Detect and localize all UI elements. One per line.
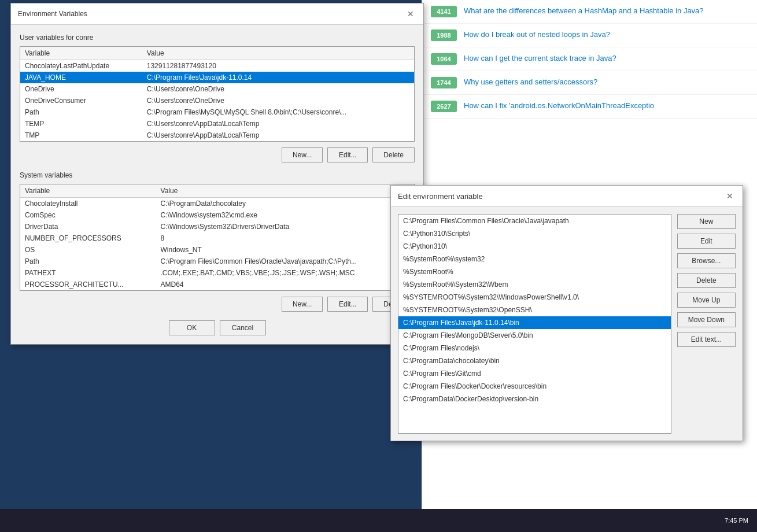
ok-button[interactable]: OK xyxy=(169,320,215,335)
delete-button[interactable]: Delete xyxy=(677,273,736,288)
var-name-cell: TMP xyxy=(20,130,142,141)
table-row[interactable]: PATHEXT.COM;.EXE;.BAT;.CMD;.VBS;.VBE;.JS… xyxy=(20,267,414,279)
var-name-cell: PROCESSOR_ARCHITECTU... xyxy=(20,279,156,290)
var-value-cell: .COM;.EXE;.BAT;.CMD;.VBS;.VBE;.JS;.JSE;.… xyxy=(156,267,414,279)
move-down-button[interactable]: Move Down xyxy=(677,312,736,327)
list-item[interactable]: C:\Program Files\Docker\Docker\resources… xyxy=(398,380,671,393)
path-list-container[interactable]: C:\Program Files\Common Files\Oracle\Jav… xyxy=(398,214,671,434)
environment-variables-dialog: Environment Variables ✕ User variables f… xyxy=(10,3,424,345)
edit-button[interactable]: Edit xyxy=(677,234,736,249)
user-delete-button[interactable]: Delete xyxy=(372,147,415,162)
table-row[interactable]: DriverDataC:\Windows\System32\Drivers\Dr… xyxy=(20,221,414,232)
so-title: How can I get the current stack trace in… xyxy=(464,53,616,64)
var-value-cell: C:\Users\conre\OneDrive xyxy=(142,83,414,95)
so-list-item[interactable]: 1988 How do I break out of nested loops … xyxy=(422,24,757,47)
list-item[interactable]: C:\Python310\Scripts\ xyxy=(398,227,671,240)
table-row[interactable]: TEMPC:\Users\conre\AppData\Local\Temp xyxy=(20,118,414,130)
cancel-button[interactable]: Cancel xyxy=(220,320,266,335)
var-value-cell: C:\Users\conre\AppData\Local\Temp xyxy=(142,118,414,130)
list-item[interactable]: C:\ProgramData\chocolatey\bin xyxy=(398,354,671,367)
list-item[interactable]: C:\Python310\ xyxy=(398,240,671,253)
table-row[interactable]: OSWindows_NT xyxy=(20,244,414,256)
edit-dialog-close-button[interactable]: ✕ xyxy=(724,190,736,202)
system-var-col-header: Variable xyxy=(20,184,156,198)
table-row[interactable]: ChocolateyInstallC:\ProgramData\chocolat… xyxy=(20,198,414,210)
edit-dialog-title: Edit environment variable xyxy=(398,192,483,201)
system-edit-button[interactable]: Edit... xyxy=(327,297,368,312)
user-new-button[interactable]: New... xyxy=(282,147,323,162)
var-value-cell: C:\Users\conre\AppData\Local\Temp xyxy=(142,130,414,141)
env-dialog-titlebar: Environment Variables ✕ xyxy=(11,3,423,25)
var-name-cell: ComSpec xyxy=(20,209,156,221)
var-name-cell: OneDrive xyxy=(20,83,142,95)
move-up-button[interactable]: Move Up xyxy=(677,293,736,308)
var-name-cell: PATHEXT xyxy=(20,267,156,279)
user-vars-table-container: Variable Value ChocolateyLastPathUpdate1… xyxy=(20,46,415,142)
var-value-cell: C:\Program Files\MySQL\MySQL Shell 8.0\b… xyxy=(142,106,414,118)
var-value-cell: C:\Program Files\Java\jdk-11.0.14 xyxy=(142,72,414,83)
list-item[interactable]: C:\Program Files\Common Files\Oracle\Jav… xyxy=(398,215,671,227)
list-item[interactable]: %SYSTEMROOT%\System32\WindowsPowerShell\… xyxy=(398,291,671,304)
var-name-cell: Path xyxy=(20,256,156,267)
browse-button[interactable]: Browse... xyxy=(677,253,736,268)
list-item[interactable]: C:\Program Files\Java\jdk-11.0.14\bin xyxy=(398,316,671,329)
new-button[interactable]: New xyxy=(677,214,736,229)
user-section-label: User variables for conre xyxy=(20,34,415,42)
list-item[interactable]: %SystemRoot% xyxy=(398,265,671,278)
so-list-item[interactable]: 4141 What are the differences between a … xyxy=(422,0,757,24)
var-name-cell: OneDriveConsumer xyxy=(20,95,142,106)
user-var-col-header: Variable xyxy=(20,47,142,60)
table-row[interactable]: ComSpecC:\Windows\system32\cmd.exe xyxy=(20,209,414,221)
var-value-cell: C:\Windows\system32\cmd.exe xyxy=(156,209,414,221)
list-item[interactable]: C:\Program Files\Git\cmd xyxy=(398,367,671,380)
so-badge: 2627 xyxy=(431,101,457,112)
so-badge: 4141 xyxy=(431,6,457,17)
env-dialog-title: Environment Variables xyxy=(18,10,87,18)
so-badge: 1064 xyxy=(431,53,457,65)
list-item[interactable]: C:\ProgramData\DockerDesktop\version-bin xyxy=(398,393,671,405)
so-title: How do I break out of nested loops in Ja… xyxy=(464,29,610,40)
var-value-cell: C:\ProgramData\chocolatey xyxy=(156,198,414,210)
edit-dialog-titlebar: Edit environment variable ✕ xyxy=(391,186,743,207)
list-item[interactable]: %SYSTEMROOT%\System32\OpenSSH\ xyxy=(398,304,671,316)
var-name-cell: NUMBER_OF_PROCESSORS xyxy=(20,232,156,244)
taskbar: 7:45 PM xyxy=(0,509,757,532)
so-list-item[interactable]: 2627 How can I fix 'android.os.NetworkOn… xyxy=(422,95,757,119)
table-row[interactable]: OneDriveC:\Users\conre\OneDrive xyxy=(20,83,414,95)
var-name-cell: TEMP xyxy=(20,118,142,130)
edit-text-button[interactable]: Edit text... xyxy=(677,332,736,347)
so-title: How can I fix 'android.os.NetworkOnMainT… xyxy=(464,101,654,111)
env-dialog-close-button[interactable]: ✕ xyxy=(405,8,416,20)
table-row[interactable]: TMPC:\Users\conre\AppData\Local\Temp xyxy=(20,130,414,141)
so-title: Why use getters and setters/accessors? xyxy=(464,77,597,87)
taskbar-time: 7:45 PM xyxy=(725,517,748,524)
system-vars-table: Variable Value ChocolateyInstallC:\Progr… xyxy=(20,184,414,290)
ok-cancel-row: OK Cancel xyxy=(20,320,415,335)
system-new-button[interactable]: New... xyxy=(282,297,323,312)
system-value-col-header: Value xyxy=(156,184,414,198)
edit-dialog-body: C:\Program Files\Common Files\Oracle\Jav… xyxy=(391,207,743,441)
user-edit-button[interactable]: Edit... xyxy=(327,147,368,162)
table-row[interactable]: OneDriveConsumerC:\Users\conre\OneDrive xyxy=(20,95,414,106)
var-value-cell: C:\Windows\System32\Drivers\DriverData xyxy=(156,221,414,232)
system-section-label: System variables xyxy=(20,171,415,179)
table-row[interactable]: PathC:\Program Files\Common Files\Oracle… xyxy=(20,256,414,267)
list-item[interactable]: C:\Program Files\MongoDB\Server\5.0\bin xyxy=(398,329,671,342)
list-item[interactable]: %SystemRoot%\System32\Wbem xyxy=(398,278,671,291)
table-row[interactable]: NUMBER_OF_PROCESSORS8 xyxy=(20,232,414,244)
so-list-item[interactable]: 1744 Why use getters and setters/accesso… xyxy=(422,71,757,95)
table-row[interactable]: PROCESSOR_ARCHITECTU...AMD64 xyxy=(20,279,414,290)
edit-buttons-column: NewEditBrowse...DeleteMove UpMove DownEd… xyxy=(677,214,736,434)
table-row[interactable]: PathC:\Program Files\MySQL\MySQL Shell 8… xyxy=(20,106,414,118)
table-row[interactable]: ChocolateyLastPathUpdate1329112818774931… xyxy=(20,60,414,72)
system-vars-table-container: Variable Value ChocolateyInstallC:\Progr… xyxy=(20,184,415,291)
var-value-cell: 8 xyxy=(156,232,414,244)
system-buttons-row: New... Edit... Delete xyxy=(20,297,415,312)
list-item[interactable]: %SystemRoot%\system32 xyxy=(398,253,671,265)
so-list-item[interactable]: 1064 How can I get the current stack tra… xyxy=(422,47,757,71)
so-title: What are the differences between a HashM… xyxy=(464,6,704,16)
list-item[interactable]: C:\Program Files\nodejs\ xyxy=(398,342,671,354)
table-row[interactable]: JAVA_HOMEC:\Program Files\Java\jdk-11.0.… xyxy=(20,72,414,83)
so-badge: 1744 xyxy=(431,77,457,88)
var-name-cell: ChocolateyLastPathUpdate xyxy=(20,60,142,72)
